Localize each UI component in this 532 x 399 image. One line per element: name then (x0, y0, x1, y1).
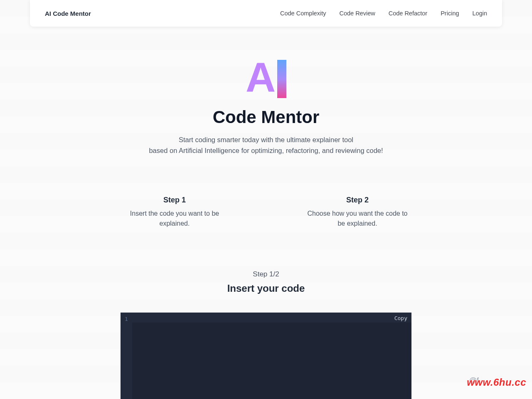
step-2-desc: Choose how you want the code to be expla… (303, 209, 411, 229)
hero-subtitle: Start coding smarter today with the ulti… (0, 135, 532, 156)
nav-login[interactable]: Login (473, 10, 487, 17)
step-1-block: Step 1 Insert the code you want to be ex… (121, 196, 229, 229)
header-bar: AI Code Mentor Code Complexity Code Revi… (30, 0, 502, 27)
hero-section: A Code Mentor Start coding smarter today… (0, 57, 532, 156)
main-nav: Code Complexity Code Review Code Refacto… (280, 10, 487, 17)
step-2-block: Step 2 Choose how you want the code to b… (303, 196, 411, 229)
watermark-text: www.6hu.cc (467, 377, 526, 388)
nav-code-complexity[interactable]: Code Complexity (280, 10, 326, 17)
current-step-label: Step 1/2 (0, 270, 532, 278)
copy-button[interactable]: Copy (394, 315, 407, 321)
step-2-title: Step 2 (303, 196, 411, 204)
current-step-title: Insert your code (0, 283, 532, 294)
ai-logo-icon: A (246, 57, 286, 98)
nav-code-review[interactable]: Code Review (339, 10, 375, 17)
current-step-section: Step 1/2 Insert your code (0, 270, 532, 294)
code-editor: 1 Copy (121, 313, 411, 399)
steps-row: Step 1 Insert the code you want to be ex… (0, 196, 532, 229)
nav-pricing[interactable]: Pricing (441, 10, 459, 17)
editor-gutter: 1 (121, 313, 132, 399)
brand-title[interactable]: AI Code Mentor (45, 10, 91, 17)
hero-subtitle-line1: Start coding smarter today with the ulti… (179, 136, 353, 143)
nav-code-refactor[interactable]: Code Refactor (389, 10, 428, 17)
step-1-desc: Insert the code you want to be explained… (121, 209, 229, 229)
line-number-1: 1 (121, 316, 132, 322)
code-input[interactable] (132, 323, 411, 399)
editor-topbar (121, 313, 411, 323)
hero-subtitle-line2: based on Artificial Intelligence for opt… (149, 147, 383, 154)
hero-title: Code Mentor (0, 107, 532, 127)
step-1-title: Step 1 (121, 196, 229, 204)
